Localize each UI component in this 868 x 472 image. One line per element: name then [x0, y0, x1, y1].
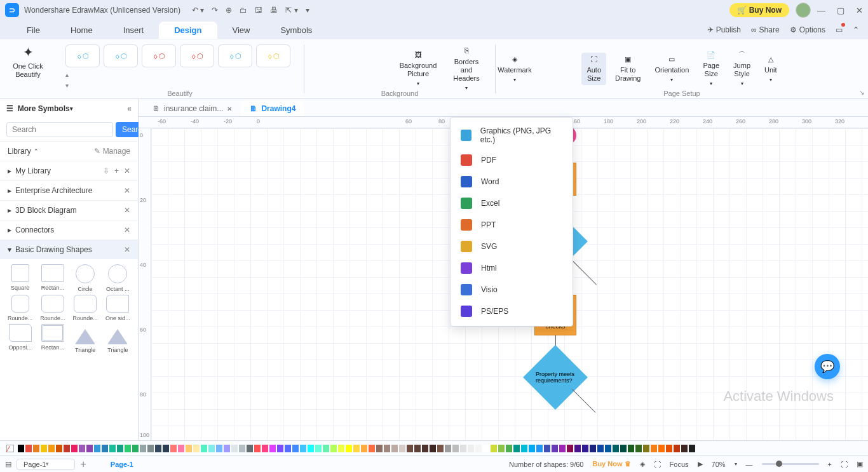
remove-icon[interactable]: ✕: [124, 226, 130, 234]
zoom-out-button[interactable]: —: [746, 461, 753, 468]
color-swatch[interactable]: [582, 445, 588, 452]
style-gallery[interactable]: ⬨⬡ ⬨⬡ ⬨⬡ ⬨⬡ ⬨⬡ ⬨⬡ ▴▾: [65, 44, 294, 89]
color-swatch[interactable]: [117, 445, 123, 452]
open-icon[interactable]: 🗀: [240, 6, 247, 15]
fit-page-icon[interactable]: ⛶: [841, 461, 848, 468]
shape-rounded1[interactable]: Rounde...: [5, 295, 35, 321]
color-swatch[interactable]: [468, 445, 474, 452]
color-swatch[interactable]: [239, 445, 245, 452]
export-item-pdf[interactable]: PDF: [451, 149, 573, 171]
sidebar-item-enterprise[interactable]: ▸ Enterprise Architecture✕: [0, 180, 138, 200]
shape-square[interactable]: Square: [5, 264, 35, 292]
color-swatch[interactable]: [521, 445, 527, 452]
close-tab-icon[interactable]: ✕: [227, 105, 232, 112]
menu-view[interactable]: View: [217, 22, 266, 39]
color-swatch[interactable]: [292, 445, 299, 452]
export-item-html[interactable]: Html: [451, 257, 573, 279]
zoom-level[interactable]: 70%: [712, 461, 726, 468]
color-swatch[interactable]: [178, 445, 184, 452]
color-swatch[interactable]: [613, 445, 619, 452]
color-swatch[interactable]: [643, 445, 649, 452]
unit-button[interactable]: △Unit▾: [759, 53, 782, 86]
options-button[interactable]: ⚙ Options: [790, 25, 825, 34]
color-swatch[interactable]: [33, 445, 39, 452]
color-swatch[interactable]: [353, 445, 360, 452]
manage-link[interactable]: ✎ Manage: [94, 147, 130, 156]
sidebar-collapse-icon[interactable]: «: [127, 104, 132, 113]
color-swatch[interactable]: [620, 445, 627, 452]
color-swatch[interactable]: [247, 445, 253, 452]
menu-design[interactable]: Design: [159, 22, 217, 39]
pages-icon[interactable]: ▤: [5, 460, 11, 468]
share-button[interactable]: ∞ Share: [751, 25, 780, 34]
remove-icon[interactable]: ✕: [124, 166, 130, 175]
import-icon[interactable]: ⇩: [103, 166, 109, 175]
page-tab-1[interactable]: Page-1: [111, 461, 133, 468]
color-swatch[interactable]: [163, 445, 169, 452]
shape-triangle2[interactable]: Triangle: [103, 324, 133, 353]
export-item-excel[interactable]: Excel: [451, 192, 573, 214]
style-thumb-3[interactable]: ⬨⬡: [142, 44, 176, 67]
color-swatch[interactable]: [186, 445, 192, 452]
color-swatch[interactable]: [506, 445, 512, 452]
background-picture-button[interactable]: 🖼Background Picture▾: [396, 48, 440, 90]
color-swatch[interactable]: [18, 445, 24, 452]
color-swatch[interactable]: [452, 445, 459, 452]
color-swatch[interactable]: [71, 445, 78, 452]
color-swatch[interactable]: [475, 445, 482, 452]
color-swatch[interactable]: [369, 445, 375, 452]
color-swatch[interactable]: [323, 445, 329, 452]
color-swatch[interactable]: [346, 445, 352, 452]
color-swatch[interactable]: [399, 445, 405, 452]
color-swatch[interactable]: [544, 445, 550, 452]
color-swatch[interactable]: [308, 445, 314, 452]
publish-button[interactable]: ✈ Publish: [707, 25, 741, 34]
doc-tab-drawing4[interactable]: 🗎 Drawing4: [241, 101, 304, 116]
fullscreen-icon[interactable]: ▣: [857, 460, 863, 468]
color-swatch[interactable]: [155, 445, 161, 452]
color-swatch[interactable]: [407, 445, 413, 452]
color-swatch[interactable]: [64, 445, 70, 452]
color-swatch[interactable]: [48, 445, 55, 452]
color-swatch[interactable]: [498, 445, 505, 452]
presentation-icon[interactable]: ▶: [698, 460, 703, 468]
remove-icon[interactable]: ✕: [124, 245, 130, 254]
menu-home[interactable]: Home: [55, 22, 108, 39]
color-swatch[interactable]: [376, 445, 383, 452]
color-swatch[interactable]: [86, 445, 93, 452]
color-swatch[interactable]: [513, 445, 520, 452]
menu-insert[interactable]: Insert: [108, 22, 159, 39]
minimize-icon[interactable]: —: [817, 6, 825, 15]
color-swatch[interactable]: [79, 445, 85, 452]
print-icon[interactable]: 🖶: [270, 6, 278, 15]
shape-onesided[interactable]: One sid...: [103, 295, 133, 321]
color-swatch[interactable]: [651, 445, 657, 452]
color-swatch[interactable]: [681, 445, 688, 452]
add-icon[interactable]: +: [114, 166, 119, 175]
redo-icon[interactable]: ↷: [212, 6, 218, 15]
export-item-pseps[interactable]: PS/EPS: [451, 300, 573, 322]
menu-file[interactable]: File: [11, 22, 55, 39]
color-swatch[interactable]: [391, 445, 398, 452]
color-swatch[interactable]: [140, 445, 146, 452]
add-page-button[interactable]: +: [80, 459, 86, 470]
color-swatch[interactable]: [430, 445, 436, 452]
color-swatch[interactable]: [277, 445, 283, 452]
shape-rectangle2[interactable]: Rectan...: [37, 324, 67, 353]
shape-rectangle[interactable]: Rectan...: [37, 264, 67, 292]
color-swatch[interactable]: [94, 445, 100, 452]
color-swatch[interactable]: [201, 445, 207, 452]
color-swatch[interactable]: [315, 445, 322, 452]
remove-icon[interactable]: ✕: [124, 186, 130, 195]
sidebar-item-connectors[interactable]: ▸ Connectors✕: [0, 220, 138, 239]
save-icon[interactable]: 🖫: [255, 6, 262, 15]
color-swatch[interactable]: [460, 445, 466, 452]
shape-circle[interactable]: Circle: [71, 264, 100, 292]
export-icon[interactable]: ⇱ ▾: [285, 6, 297, 15]
buy-now-button[interactable]: 🛒 Buy Now: [729, 3, 789, 17]
orientation-button[interactable]: ▭Orientation▾: [649, 53, 694, 86]
color-swatch[interactable]: [262, 445, 268, 452]
color-swatch[interactable]: [689, 445, 695, 452]
remove-icon[interactable]: ✕: [124, 206, 130, 215]
user-avatar[interactable]: [796, 3, 811, 18]
